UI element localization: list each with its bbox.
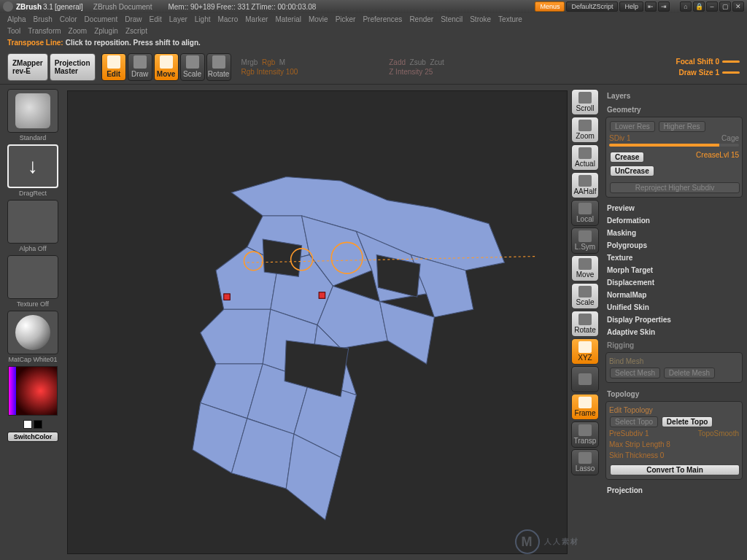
switch-color-button[interactable]: SwitchColor: [7, 432, 58, 442]
color-picker[interactable]: [8, 366, 58, 416]
menu-stencil[interactable]: Stencil: [441, 15, 462, 23]
menu-brush[interactable]: Brush: [34, 15, 53, 23]
lower-res-button[interactable]: Lower Res: [610, 121, 655, 132]
zcut-label[interactable]: Zcut: [430, 58, 444, 66]
section-preview[interactable]: Preview: [605, 202, 743, 214]
palette-dock-left-icon[interactable]: ⇤: [645, 1, 657, 12]
section-morph-target[interactable]: Morph Target: [605, 264, 743, 276]
delete-topo-button[interactable]: Delete Topo: [662, 416, 713, 427]
help-button[interactable]: Help: [619, 1, 643, 12]
vbar-move-button[interactable]: Move: [571, 255, 599, 281]
projection-heading[interactable]: Projection: [605, 484, 743, 497]
vbar-frame-button[interactable]: Frame: [571, 394, 599, 420]
bind-mesh-label[interactable]: Bind Mesh: [609, 356, 739, 367]
uncrease-button[interactable]: UnCrease: [610, 166, 654, 176]
select-topo-button[interactable]: Select Topo: [610, 416, 658, 427]
vbar-l.sym-button[interactable]: L.Sym: [571, 228, 599, 254]
menus-button[interactable]: Menus: [535, 1, 565, 12]
rigging-heading[interactable]: Rigging: [605, 338, 743, 352]
zsub-label[interactable]: Zsub: [410, 58, 426, 66]
vbar-lasso-button[interactable]: Lasso: [571, 449, 599, 475]
section-texture[interactable]: Texture: [605, 252, 743, 264]
vbar-icon-10-button[interactable]: [571, 366, 599, 392]
crease-button[interactable]: Crease: [610, 152, 644, 163]
menu-edit[interactable]: Edit: [150, 15, 162, 23]
focal-shift-slider[interactable]: Focal Shift 0: [676, 58, 719, 66]
convert-main-button[interactable]: Convert To Main: [610, 464, 740, 475]
palette-dock-right-icon[interactable]: ⇥: [658, 1, 670, 12]
geometry-heading[interactable]: Geometry: [605, 103, 743, 117]
menu-zplugin[interactable]: Zplugin: [94, 27, 118, 35]
menu-picker[interactable]: Picker: [336, 15, 356, 23]
menu-preferences[interactable]: Preferences: [363, 15, 402, 23]
section-masking[interactable]: Masking: [605, 227, 743, 239]
mrgb-label[interactable]: Mrgb: [241, 58, 258, 66]
zadd-label[interactable]: Zadd: [389, 58, 406, 66]
menu-tool[interactable]: Tool: [7, 27, 20, 35]
home-icon[interactable]: ⌂: [680, 1, 692, 12]
swatch-black[interactable]: [34, 420, 42, 429]
projection-master-button[interactable]: Projection Master: [50, 53, 96, 81]
vbar-aahalf-button[interactable]: AAHalf: [571, 172, 599, 198]
section-polygroups[interactable]: Polygroups: [605, 239, 743, 252]
section-deformation[interactable]: Deformation: [605, 214, 743, 227]
stroke-thumb[interactable]: ↓: [7, 144, 58, 188]
vbar-actual-button[interactable]: Actual: [571, 144, 599, 171]
select-mesh-button[interactable]: Select Mesh: [610, 368, 660, 378]
menu-zoom[interactable]: Zoom: [69, 27, 88, 35]
viewport-canvas[interactable]: [67, 90, 568, 554]
menu-texture[interactable]: Texture: [498, 15, 522, 23]
higher-res-button[interactable]: Higher Res: [659, 121, 705, 132]
menu-layer[interactable]: Layer: [169, 15, 187, 23]
menu-transform[interactable]: Transform: [28, 27, 61, 35]
m-label[interactable]: M: [279, 58, 285, 66]
mode-draw-button[interactable]: Draw: [128, 53, 152, 81]
lock-icon[interactable]: 🔒: [693, 1, 705, 12]
sdiv-slider[interactable]: SDiv 1: [609, 134, 630, 142]
sdiv-bar[interactable]: [609, 144, 739, 147]
edit-topology-label[interactable]: Edit Topology: [609, 405, 739, 416]
vbar-scale-button[interactable]: Scale: [571, 283, 599, 309]
skin-thickness-slider[interactable]: Skin Thickness 0: [609, 450, 739, 461]
menu-color[interactable]: Color: [60, 15, 77, 23]
vbar-local-button[interactable]: Local: [571, 200, 599, 226]
close-icon[interactable]: ✕: [732, 1, 744, 12]
mode-scale-button[interactable]: Scale: [180, 53, 205, 81]
zmapper-button[interactable]: ZMapper rev-E: [7, 53, 48, 81]
max-strip-slider[interactable]: Max Strip Length 8: [609, 439, 739, 450]
rgb-label[interactable]: Rgb: [262, 58, 275, 66]
mode-rotate-button[interactable]: Rotate: [206, 53, 231, 81]
vbar-scroll-button[interactable]: Scroll: [571, 89, 599, 115]
minimize-icon[interactable]: –: [706, 1, 718, 12]
alpha-thumb[interactable]: [7, 200, 58, 244]
layers-heading[interactable]: Layers: [605, 89, 743, 103]
section-displacement[interactable]: Displacement: [605, 276, 743, 289]
menu-material[interactable]: Material: [275, 15, 301, 23]
z-intensity-slider[interactable]: Z Intensity 25: [389, 68, 527, 76]
menu-stroke[interactable]: Stroke: [470, 15, 491, 23]
cage-label[interactable]: Cage: [721, 134, 739, 142]
maximize-icon[interactable]: ▢: [719, 1, 731, 12]
menu-movie[interactable]: Movie: [309, 15, 328, 23]
material-thumb[interactable]: [7, 311, 58, 354]
presubdiv-slider[interactable]: PreSubdiv 1: [609, 429, 649, 438]
menu-macro[interactable]: Macro: [217, 15, 238, 23]
vbar-zoom-button[interactable]: Zoom: [571, 117, 599, 143]
crease-level-slider[interactable]: CreaseLvl 15: [696, 151, 739, 159]
section-unified-skin[interactable]: Unified Skin: [605, 301, 743, 314]
section-display-properties[interactable]: Display Properties: [605, 314, 743, 326]
section-adaptive-skin[interactable]: Adaptive Skin: [605, 326, 743, 338]
brush-thumb[interactable]: [7, 89, 58, 133]
menu-marker[interactable]: Marker: [245, 15, 268, 23]
menu-render[interactable]: Render: [409, 15, 433, 23]
texture-thumb[interactable]: [7, 255, 58, 299]
draw-size-slider[interactable]: Draw Size 1: [678, 69, 719, 77]
vbar-xyz-button[interactable]: XYZ: [571, 338, 599, 365]
mode-edit-button[interactable]: Edit: [101, 53, 126, 81]
zscript-button[interactable]: DefaultZScript: [566, 1, 618, 12]
vbar-rotate-button[interactable]: Rotate: [571, 311, 599, 337]
vbar-transp-button[interactable]: Transp: [571, 421, 599, 448]
delete-mesh-button[interactable]: Delete Mesh: [664, 368, 715, 378]
rgb-intensity-slider[interactable]: Rgb Intensity 100: [241, 68, 379, 76]
reproject-button[interactable]: Reproject Higher Subdiv: [610, 182, 740, 193]
